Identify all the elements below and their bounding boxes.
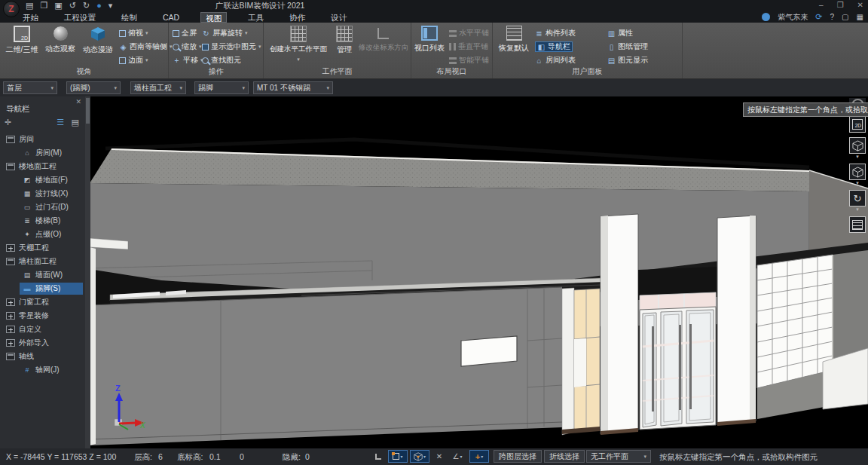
panel-close-icon[interactable]: ✕ — [75, 98, 81, 106]
tree-item-border-line[interactable]: ▦ 波打线(X) — [0, 187, 85, 200]
qat-customize-caret-icon[interactable]: ▾ — [108, 1, 113, 11]
tree-group-ceiling-works[interactable]: 天棚工程 — [0, 241, 85, 255]
tab-cad[interactable]: CAD — [158, 12, 184, 23]
ribbon-group-layout-viewport: 视口列表 水平平铺 垂直平铺 智能平铺 布局视口 — [411, 23, 493, 78]
tree-item-wall-face[interactable]: ▤ 墙面(W) — [0, 268, 85, 282]
btn-element-display[interactable]: ▤ 图元显示 — [607, 55, 648, 66]
app-logo-icon[interactable]: Z — [3, 1, 20, 17]
nav-caret-icon[interactable]: ▾ — [856, 207, 859, 212]
btn-manage-workplane[interactable]: 管理 — [333, 26, 356, 55]
tree-item-floor[interactable]: ◩ 楼地面(F) — [0, 173, 85, 187]
btn-room-list[interactable]: ⌂ 房间列表 — [535, 55, 576, 66]
material-select[interactable]: MT 01 不锈钢踢▾ — [253, 81, 333, 94]
help-icon[interactable]: ? — [830, 13, 835, 21]
workplane-select[interactable]: 无工作平面 ▾ — [586, 450, 651, 463]
component-type-select[interactable]: 踢脚▾ — [194, 81, 249, 94]
btn-zoom[interactable]: 缩放▾ — [173, 41, 202, 52]
btn-restore-default[interactable]: 恢复默认 — [497, 26, 530, 54]
user-avatar[interactable] — [762, 13, 770, 21]
angle-snap-icon[interactable]: ∠▾ — [448, 450, 467, 463]
nav-caret-icon[interactable]: ▾ — [856, 181, 859, 185]
btn-2d3d[interactable]: 2D 二维/三维 — [3, 26, 41, 55]
tab-tools[interactable]: 工具 — [243, 12, 268, 23]
cross-layer-select-button[interactable]: 跨图层选择 — [494, 450, 542, 463]
btn-sw-isometric[interactable]: ◈ 西南等轴侧▾ — [119, 41, 173, 52]
minimize-button[interactable]: – — [819, 0, 824, 10]
ortho-mode-icon[interactable] — [371, 450, 386, 463]
tab-project-settings[interactable]: 工程设置 — [60, 12, 100, 23]
tree-group-axis[interactable]: 轴线 — [0, 350, 85, 363]
panel-view-icon[interactable]: ▤ — [72, 118, 79, 127]
nav-2d-button[interactable]: 2D — [849, 116, 866, 133]
tree-item-door-stone[interactable]: ▭ 过门石(D) — [0, 200, 85, 214]
list-view-icon[interactable]: ☰ — [57, 118, 64, 127]
tab-start[interactable]: 开始 — [18, 12, 43, 23]
nav-list-button[interactable] — [849, 216, 866, 233]
object-snap-3d-icon[interactable]: ▾ — [410, 450, 429, 463]
btn-walkthrough[interactable]: 动态漫游 — [80, 26, 116, 55]
redo-icon[interactable]: ↻ — [83, 1, 90, 11]
undo-icon[interactable]: ↺ — [69, 1, 76, 11]
close-button[interactable]: ✕ — [857, 0, 863, 10]
btn-find-element[interactable]: 查找图元 — [202, 55, 241, 66]
theme-icon[interactable]: ▢ — [842, 13, 848, 21]
btn-top-view[interactable]: 俯视▾ — [119, 28, 148, 38]
pin-icon[interactable]: ✛ — [5, 118, 11, 127]
btn-navigation-bar[interactable]: ◧ 导航栏 — [535, 41, 573, 52]
tree-group-misc-decoration[interactable]: 零星装修 — [0, 309, 85, 323]
tree-item-stairs[interactable]: ≣ 楼梯(B) — [0, 214, 85, 228]
element-filter-select[interactable]: (踢脚)▾ — [66, 81, 121, 94]
refresh-icon[interactable]: ⟳ — [815, 12, 822, 22]
nav-caret-icon[interactable]: ▾ — [856, 154, 859, 159]
open-file-icon[interactable]: ❒ — [40, 1, 47, 11]
tree-group-door-window-works[interactable]: 门窗工程 — [0, 295, 85, 309]
tree-group-custom[interactable]: 自定义 — [0, 323, 85, 336]
save-icon[interactable]: ▣ — [54, 1, 62, 11]
new-file-icon[interactable]: ▤ — [26, 1, 33, 11]
restore-default-icon — [506, 26, 522, 41]
nav-cube-button[interactable] — [849, 137, 866, 154]
cancel-snap-icon[interactable]: ✕ — [432, 450, 447, 463]
tree-group-wall-column-works[interactable]: 墙柱面工程 — [0, 255, 85, 268]
btn-edge-face[interactable]: 边面▾ — [119, 55, 148, 66]
sync-icon[interactable]: ● — [96, 1, 102, 11]
btn-show-selected[interactable]: 显示选中图元▾ — [202, 41, 261, 52]
blue-cube-icon — [90, 26, 106, 42]
polyline-select-button[interactable]: 折线选择 — [544, 450, 585, 463]
quick-access-toolbar: ▤ ❒ ▣ ↺ ↻ ● ▾ — [26, 1, 112, 11]
work-type-select[interactable]: 墙柱面工程▾ — [130, 81, 186, 94]
sidebar-scrollbar[interactable] — [85, 96, 90, 448]
tree-group-room[interactable]: 房间 — [0, 133, 85, 146]
add-point-icon[interactable]: +▾ — [469, 450, 489, 463]
tab-draw[interactable]: 绘制 — [117, 12, 142, 23]
tree-item-skirting[interactable]: ▬ 踢脚(S) — [0, 282, 85, 295]
tab-view[interactable]: 视图 — [200, 12, 227, 23]
user-name[interactable]: 紫气东来 — [778, 12, 808, 23]
btn-properties[interactable]: ▥ 属性 — [607, 28, 633, 38]
tree-group-external-import[interactable]: 外部导入 — [0, 336, 85, 350]
btn-orbit[interactable]: 动态观察 — [42, 26, 78, 54]
tab-design[interactable]: 设计 — [326, 12, 351, 23]
3d-viewport[interactable]: Z X 2D ▾ — [90, 96, 868, 448]
tab-collaborate[interactable]: 协作 — [285, 12, 310, 23]
tree-item-accent[interactable]: ✦ 点缀(O) — [0, 228, 85, 241]
tree-item-room[interactable]: ⌂ 房间(M) — [0, 146, 85, 160]
scrollbar-thumb[interactable] — [86, 98, 90, 124]
group-collapsed-icon — [6, 339, 15, 347]
tree-item-axis-grid[interactable]: # 轴网(J) — [0, 363, 85, 377]
floor-select[interactable]: 首层▾ — [3, 81, 57, 94]
nav-rotate-button[interactable]: ↻ — [849, 190, 866, 206]
stairs-icon: ≣ — [23, 217, 32, 225]
btn-create-horizontal-workplane[interactable]: 创建水平工作平面 ▾ — [267, 26, 330, 63]
nav-cube2-button[interactable] — [849, 164, 866, 180]
btn-drawing-management[interactable]: ▯ 图纸管理 — [607, 41, 648, 52]
btn-component-list[interactable]: ≣ 构件列表 — [535, 28, 576, 38]
panel-toggle-icon[interactable]: ▦ — [857, 13, 863, 21]
btn-screen-rotate[interactable]: ↻ 屏幕旋转▾ — [202, 28, 248, 38]
snap-mode-icon[interactable]: ▾ — [388, 450, 408, 463]
maximize-button[interactable]: ❐ — [837, 0, 844, 10]
btn-pan[interactable]: + 平移▾ — [173, 55, 203, 66]
btn-fullscreen[interactable]: 全屏 — [173, 28, 197, 38]
btn-viewport-list[interactable]: 视口列表 — [413, 26, 446, 54]
tree-group-floor-works[interactable]: 楼地面工程 — [0, 160, 85, 173]
